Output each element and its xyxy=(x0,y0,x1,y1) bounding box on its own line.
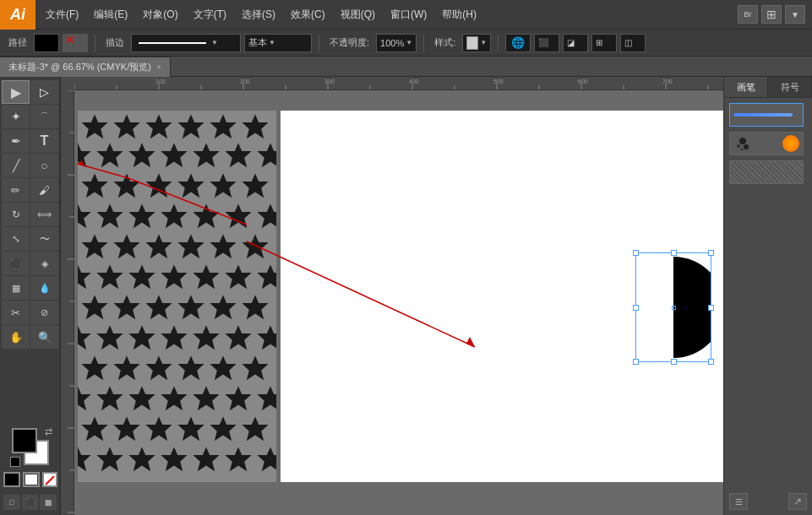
extra-btn4[interactable]: ◫ xyxy=(620,34,646,52)
tab-title: 未标题-3* @ 66.67% (CMYK/预览) xyxy=(8,61,151,73)
menu-window[interactable]: 窗口(W) xyxy=(384,0,433,29)
panel-action-btn[interactable]: ↗ xyxy=(788,493,807,510)
eyedropper-icon: 💧 xyxy=(39,283,51,294)
reflect-tool[interactable]: ⟺ xyxy=(30,203,58,226)
handle-br[interactable] xyxy=(708,359,714,365)
change-screen-mode-btn[interactable]: □ xyxy=(3,495,20,510)
brush-item-blue[interactable] xyxy=(729,103,804,127)
arrange-icon[interactable]: ⊞ xyxy=(761,5,782,24)
dropdown-icon[interactable]: ▼ xyxy=(785,5,805,24)
handle-ml[interactable] xyxy=(633,305,639,311)
menu-text[interactable]: 文字(T) xyxy=(187,0,233,29)
right-panel: 画笔 符号 xyxy=(723,77,812,515)
handle-bc[interactable] xyxy=(671,359,677,365)
stroke-arrow: ▼ xyxy=(211,39,218,46)
svg-point-46 xyxy=(741,149,744,151)
sep4 xyxy=(498,35,499,52)
brush-tool[interactable]: 🖌 xyxy=(30,178,58,202)
svg-text:700: 700 xyxy=(662,79,673,84)
menu-items: 文件(F) 编辑(E) 对象(O) 文字(T) 选择(S) 效果(C) 视图(Q… xyxy=(35,0,483,29)
brush-item-texture[interactable] xyxy=(729,160,804,184)
line-tool[interactable]: ╱ xyxy=(2,154,30,177)
scale-tool[interactable]: ⤡ xyxy=(2,227,30,251)
menu-view[interactable]: 视图(Q) xyxy=(334,0,382,29)
brushes-tab[interactable]: 画笔 xyxy=(724,77,768,97)
sep2 xyxy=(319,35,319,52)
eyedropper-tool[interactable]: 💧 xyxy=(30,276,58,300)
menu-edit[interactable]: 编辑(E) xyxy=(87,0,134,29)
full-screen-btn[interactable]: ⬛ xyxy=(22,495,39,510)
bridge-icon[interactable]: Br xyxy=(738,5,758,24)
warp-tool[interactable]: 〜 xyxy=(30,227,58,251)
rotate-tool[interactable]: ↻ xyxy=(2,203,30,226)
free-transform-icon: ⬛ xyxy=(10,258,22,269)
extra-btn2[interactable]: ◪ xyxy=(563,34,588,52)
fill-icon[interactable] xyxy=(3,472,20,487)
shape-tool[interactable]: ○ xyxy=(30,154,58,177)
stroke-preset-arrow: ▼ xyxy=(269,39,275,46)
menu-file[interactable]: 文件(F) xyxy=(39,0,85,29)
opacity-box[interactable]: 100% ▼ xyxy=(376,34,417,52)
handle-tl[interactable] xyxy=(633,250,639,256)
tool-row-11: ✋ 🔍 xyxy=(2,325,58,349)
panel-menu-btn[interactable]: ☰ xyxy=(729,493,748,510)
scissors-icon: ✂ xyxy=(11,306,20,319)
brush-item-splatter[interactable] xyxy=(729,132,804,155)
handle-bl[interactable] xyxy=(633,359,639,365)
column-graph-tool[interactable]: ▦ xyxy=(2,276,30,300)
handle-tc[interactable] xyxy=(671,250,677,256)
menu-object[interactable]: 对象(O) xyxy=(136,0,184,29)
stroke-preset-box[interactable]: 基本 ▼ xyxy=(244,34,312,52)
tab-bar: 未标题-3* @ 66.67% (CMYK/预览) × xyxy=(0,57,812,77)
handle-tr[interactable] xyxy=(708,250,714,256)
foreground-color-swatch[interactable] xyxy=(12,428,37,453)
none-icon[interactable] xyxy=(42,472,57,487)
stroke-icon[interactable] xyxy=(23,472,40,487)
eraser-tool[interactable]: ⊘ xyxy=(30,301,58,324)
globe-icon[interactable]: 🌐 xyxy=(505,34,531,52)
scale-icon: ⤡ xyxy=(12,233,20,245)
reset-colors-icon[interactable] xyxy=(10,457,20,467)
tool-row-10: ✂ ⊘ xyxy=(2,301,58,324)
extra-btn1[interactable]: ⬛ xyxy=(534,34,559,52)
scissors-tool[interactable]: ✂ xyxy=(2,301,30,324)
magic-wand-tool[interactable]: ✦ xyxy=(2,105,30,128)
stroke-label: 描边 xyxy=(102,36,128,49)
tab-close-btn[interactable]: × xyxy=(156,62,161,72)
lasso-tool[interactable]: ⌒ xyxy=(30,105,58,128)
pencil-tool[interactable]: ✏ xyxy=(2,178,30,202)
select-icon: ▶ xyxy=(11,84,21,100)
selected-shape[interactable] xyxy=(635,252,711,362)
stroke-style-box[interactable]: ▼ xyxy=(131,34,241,52)
style-label: 样式: xyxy=(431,36,459,49)
menu-help[interactable]: 帮助(H) xyxy=(435,0,483,29)
menu-select[interactable]: 选择(S) xyxy=(235,0,282,29)
right-icons: Br ⊞ ▼ xyxy=(738,5,812,24)
symbol-spray-tool[interactable]: ◈ xyxy=(30,252,58,275)
canvas-area[interactable]: 100 200 300 400 500 600 xyxy=(61,77,723,515)
style-box[interactable]: ▼ xyxy=(462,34,491,52)
stars-pattern-area xyxy=(78,111,276,482)
free-transform-tool[interactable]: ⬛ xyxy=(2,252,30,275)
fill-color-box[interactable] xyxy=(34,34,59,52)
symbols-tab[interactable]: 符号 xyxy=(768,77,812,97)
direct-select-tool[interactable]: ▷ xyxy=(30,80,58,104)
hand-tool[interactable]: ✋ xyxy=(2,325,30,349)
active-tab[interactable]: 未标题-3* @ 66.67% (CMYK/预览) × xyxy=(0,57,171,77)
type-tool[interactable]: T xyxy=(30,129,58,153)
svg-text:100: 100 xyxy=(155,79,166,84)
zoom-tool[interactable]: 🔍 xyxy=(30,325,58,349)
lasso-icon: ⌒ xyxy=(40,111,49,123)
rotate-icon: ↻ xyxy=(12,209,20,220)
presentation-btn[interactable]: ▩ xyxy=(40,495,57,510)
pen-tool[interactable]: ✒ xyxy=(2,129,30,153)
menu-effect[interactable]: 效果(C) xyxy=(284,0,332,29)
swap-colors-icon[interactable]: ⇄ xyxy=(45,426,52,437)
extra-btn3[interactable]: ⊞ xyxy=(591,34,617,52)
select-tool[interactable]: ▶ xyxy=(2,80,30,104)
stroke-checkbox[interactable]: ✕ xyxy=(63,34,88,52)
magic-wand-icon: ✦ xyxy=(11,110,21,123)
handle-mr[interactable] xyxy=(708,305,714,311)
column-graph-icon: ▦ xyxy=(12,283,20,294)
main-area: ▶ ▷ ✦ ⌒ ✒ T ╱ ○ xyxy=(0,77,812,515)
